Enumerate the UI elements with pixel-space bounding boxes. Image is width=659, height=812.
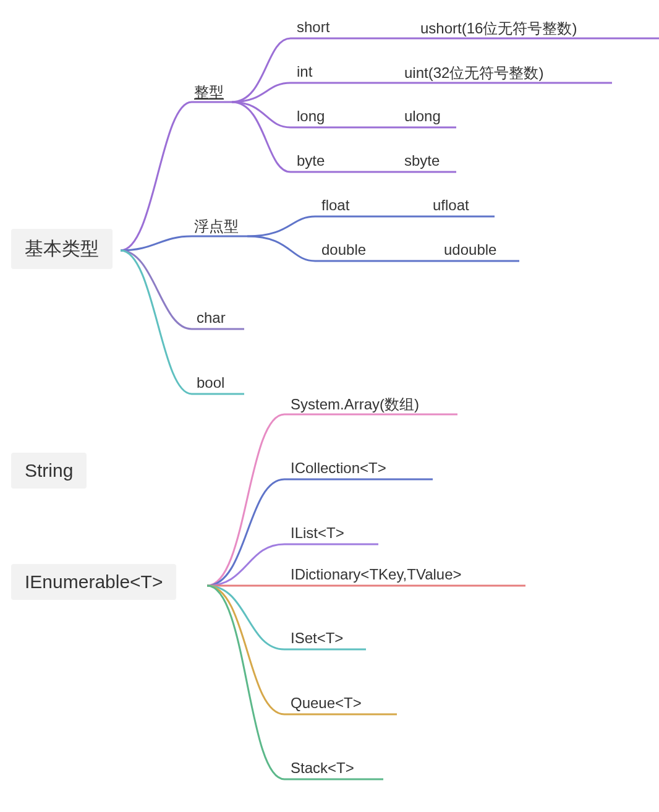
root-string[interactable]: String (11, 453, 87, 489)
node-icollection[interactable]: ICollection<T> (291, 459, 386, 477)
node-bool[interactable]: bool (197, 374, 224, 391)
node-int[interactable]: int (297, 63, 312, 80)
root-basic-type[interactable]: 基本类型 (11, 229, 113, 269)
node-float[interactable]: float (321, 197, 349, 214)
node-array[interactable]: System.Array(数组) (291, 395, 419, 414)
node-long[interactable]: long (297, 108, 325, 125)
node-idictionary[interactable]: IDictionary<TKey,TValue> (291, 566, 462, 583)
node-ilist[interactable]: IList<T> (291, 524, 344, 542)
node-short[interactable]: short (297, 19, 330, 36)
node-ulong[interactable]: ulong (404, 108, 441, 125)
node-sbyte[interactable]: sbyte (404, 152, 440, 169)
node-float-type[interactable]: 浮点型 (194, 216, 239, 236)
node-uint[interactable]: uint(32位无符号整数) (404, 63, 543, 83)
node-double[interactable]: double (321, 241, 366, 259)
node-ufloat[interactable]: ufloat (433, 197, 469, 214)
node-char[interactable]: char (197, 309, 226, 327)
node-stack[interactable]: Stack<T> (291, 759, 354, 777)
node-ushort[interactable]: ushort(16位无符号整数) (420, 19, 577, 38)
node-byte[interactable]: byte (297, 152, 325, 169)
node-iset[interactable]: ISet<T> (291, 630, 343, 647)
root-ienumerable[interactable]: IEnumerable<T> (11, 564, 176, 600)
node-queue[interactable]: Queue<T> (291, 694, 362, 712)
node-integer[interactable]: 整型 (194, 82, 224, 102)
node-udouble[interactable]: udouble (444, 241, 496, 259)
